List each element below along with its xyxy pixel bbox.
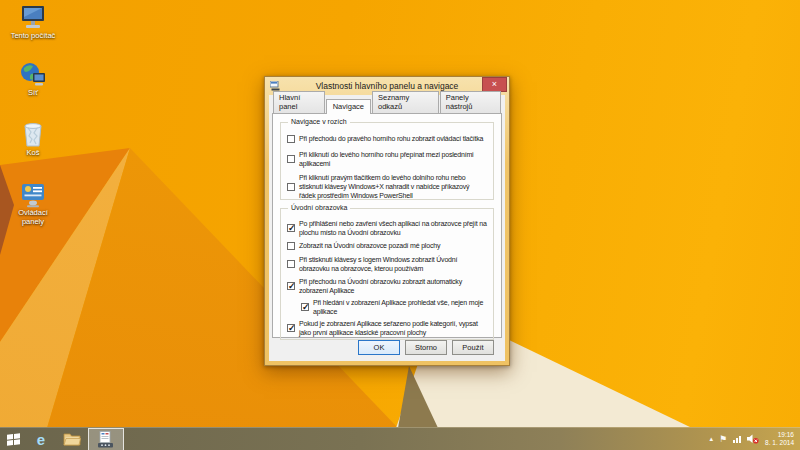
tab-hlavni-panel[interactable]: Hlavní panel bbox=[273, 91, 325, 113]
group-corner-navigation: Navigace v rozích Při přechodu do pravéh… bbox=[280, 122, 494, 200]
clock-date: 8. 1. 2014 bbox=[765, 439, 794, 448]
this-pc-icon bbox=[19, 5, 47, 31]
tab-page-navigace: Navigace v rozích Při přechodu do pravéh… bbox=[272, 113, 502, 338]
taskbar-file-explorer-button[interactable] bbox=[56, 428, 88, 450]
checkbox-label: Pokud je zobrazení Aplikace seřazeno pod… bbox=[299, 319, 487, 337]
dialog-client-area: Hlavní panel Navigace Seznamy odkazů Pan… bbox=[269, 95, 505, 361]
hidden-icons-caret-icon[interactable]: ▴ bbox=[709, 435, 713, 443]
dialog-title: Vlastnosti hlavního panelu a navigace bbox=[265, 81, 509, 91]
clock-time: 19:16 bbox=[765, 431, 794, 440]
system-tray: ▴ ⚑ 19:16 8. 1. 2014 bbox=[709, 431, 800, 448]
checkbox[interactable] bbox=[301, 303, 309, 311]
checkbox[interactable] bbox=[287, 260, 295, 268]
checkbox-row: Zobrazit na Úvodní obrazovce pozadí mé p… bbox=[287, 241, 487, 250]
dialog-button-row: OK Storno Použít bbox=[358, 340, 494, 355]
checkbox-label: Při stisknutí klávesy s logem Windows zo… bbox=[299, 255, 487, 273]
close-icon[interactable]: × bbox=[482, 77, 507, 92]
checkbox-row: Při kliknutí do levého horního rohu přep… bbox=[287, 150, 487, 168]
group-title: Úvodní obrazovka bbox=[288, 204, 350, 211]
network-icon bbox=[19, 62, 47, 88]
cancel-button[interactable]: Storno bbox=[405, 340, 447, 355]
network-signal-icon[interactable] bbox=[733, 436, 741, 443]
group-title: Navigace v rozích bbox=[288, 118, 350, 125]
tab-panely-nastroju[interactable]: Panely nástrojů bbox=[440, 91, 501, 113]
checkbox[interactable] bbox=[287, 242, 295, 250]
checkbox[interactable] bbox=[287, 155, 295, 163]
taskbar: e ▴ ⚑ bbox=[0, 427, 800, 450]
checkbox-row: Při kliknutí pravým tlačítkem do levého … bbox=[287, 173, 487, 200]
windows-logo-icon bbox=[7, 433, 20, 445]
desktop-icon-label: Koš bbox=[8, 149, 58, 158]
desktop-icon-label: Ovládací panely bbox=[8, 209, 58, 226]
tab-seznamy-odkazu[interactable]: Seznamy odkazů bbox=[372, 91, 439, 113]
dialog-taskbar-properties: Vlastnosti hlavního panelu a navigace × … bbox=[264, 76, 510, 366]
desktop-icon-label: Tento počítač bbox=[8, 32, 58, 41]
taskbar-properties-icon bbox=[97, 431, 115, 448]
desktop-icon-this-pc[interactable]: Tento počítač bbox=[8, 5, 58, 41]
recycle-bin-icon bbox=[20, 120, 46, 148]
checkbox-label: Při přechodu do pravého horního rohu zob… bbox=[299, 134, 487, 143]
taskbar-internet-explorer-button[interactable]: e bbox=[26, 428, 56, 450]
internet-explorer-icon: e bbox=[37, 431, 45, 448]
checkbox-label: Při kliknutí do levého horního rohu přep… bbox=[299, 150, 487, 168]
desktop-icon-network[interactable]: Síť bbox=[8, 62, 58, 98]
checkbox[interactable] bbox=[287, 183, 295, 191]
start-button[interactable] bbox=[0, 428, 26, 450]
volume-muted-icon[interactable] bbox=[747, 434, 759, 444]
checkbox-row: Pokud je zobrazení Aplikace seřazeno pod… bbox=[287, 319, 487, 337]
checkbox[interactable] bbox=[287, 224, 295, 232]
checkbox-label: Po přihlášení nebo zavření všech aplikac… bbox=[299, 219, 487, 237]
tab-strip: Hlavní panel Navigace Seznamy odkazů Pan… bbox=[272, 98, 502, 113]
checkbox[interactable] bbox=[287, 282, 295, 290]
file-explorer-icon bbox=[63, 432, 81, 446]
checkbox[interactable] bbox=[287, 135, 295, 143]
checkbox-row: Po přihlášení nebo zavření všech aplikac… bbox=[287, 219, 487, 237]
checkbox-row: Při stisknutí klávesy s logem Windows zo… bbox=[287, 255, 487, 273]
desktop-icon-recycle-bin[interactable]: Koš bbox=[8, 120, 58, 158]
checkbox[interactable] bbox=[287, 324, 295, 332]
desktop-icon-label: Síť bbox=[8, 89, 58, 98]
action-center-flag-icon[interactable]: ⚑ bbox=[719, 434, 727, 444]
checkbox-row: Při hledání v zobrazení Aplikace prohled… bbox=[301, 298, 487, 316]
checkbox-label: Při přechodu na Úvodní obrazovku zobrazi… bbox=[299, 277, 487, 295]
apply-button[interactable]: Použít bbox=[452, 340, 494, 355]
taskbar-clock[interactable]: 19:16 8. 1. 2014 bbox=[765, 431, 794, 448]
checkbox-label: Při hledání v zobrazení Aplikace prohled… bbox=[313, 298, 487, 316]
checkbox-label: Při kliknutí pravým tlačítkem do levého … bbox=[299, 173, 487, 200]
checkbox-label: Zobrazit na Úvodní obrazovce pozadí mé p… bbox=[299, 241, 487, 250]
desktop: Tento počítač Síť Koš bbox=[0, 0, 800, 450]
desktop-icon-control-panel[interactable]: Ovládací panely bbox=[8, 182, 58, 226]
checkbox-row: Při přechodu na Úvodní obrazovku zobrazi… bbox=[287, 277, 487, 295]
tab-navigace[interactable]: Navigace bbox=[326, 99, 371, 114]
ok-button[interactable]: OK bbox=[358, 340, 400, 355]
checkbox-row: Při přechodu do pravého horního rohu zob… bbox=[287, 134, 487, 143]
control-panel-icon bbox=[19, 182, 47, 208]
taskbar-properties-app-button[interactable] bbox=[88, 428, 124, 450]
group-start-screen: Úvodní obrazovka Po přihlášení nebo zavř… bbox=[280, 208, 494, 340]
